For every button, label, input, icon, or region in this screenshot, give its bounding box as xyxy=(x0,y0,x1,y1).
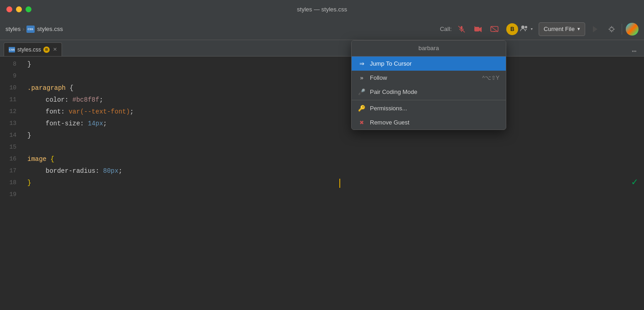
code-line-14: ▾ } xyxy=(24,129,644,141)
code-line-12: font: var(--text-font); xyxy=(24,106,644,118)
line-num-15: 15 xyxy=(0,141,20,153)
dropdown-item-remove-guest[interactable]: ✖ Remove Guest xyxy=(352,115,506,129)
dropdown-header: barbara xyxy=(352,41,506,57)
code-line-19 xyxy=(24,189,644,201)
follow-shortcut: ^⌥⇧Y xyxy=(482,75,499,81)
line-num-19: 19 xyxy=(0,189,20,201)
window-title: styles — styles.css xyxy=(297,6,347,13)
code-line-11: color: #bc8f8f; xyxy=(24,94,644,106)
dropdown-item-jump-to-cursor[interactable]: ⇒ Jump To Cursor xyxy=(352,57,506,71)
breadcrumb-separator: › xyxy=(22,26,24,32)
dropdown-item-pair-coding[interactable]: 🎤 Pair Coding Mode xyxy=(352,85,506,99)
toolbar: styles › CSS styles.css Call: xyxy=(0,18,644,40)
current-file-label: Current File xyxy=(544,26,575,32)
line-num-10: 10 xyxy=(0,82,20,94)
permissions-label: Permissions... xyxy=(370,105,499,112)
dropdown-username: barbara xyxy=(419,45,439,52)
line-num-14: 14 xyxy=(0,129,20,141)
dropdown-divider-1 xyxy=(352,100,506,100)
pair-coding-icon: 🎤 xyxy=(358,88,365,95)
screen-share-button[interactable] xyxy=(488,23,501,36)
breadcrumb-project[interactable]: styles xyxy=(5,26,21,32)
svg-rect-3 xyxy=(474,27,479,31)
svg-point-11 xyxy=(610,27,613,31)
jump-cursor-icon: ⇒ xyxy=(358,60,365,67)
line-num-18: 18 xyxy=(0,177,20,189)
line-num-12: 12 xyxy=(0,106,20,118)
dropdown-item-follow[interactable]: » Follow ^⌥⇧Y xyxy=(352,71,506,85)
tab-bar: CSS styles.css B ✕ ⋯ xyxy=(0,40,644,57)
tab-file-icon: CSS xyxy=(9,47,15,52)
breadcrumb-file[interactable]: styles.css xyxy=(37,26,63,32)
line-num-16: 16 xyxy=(0,153,20,165)
dropdown-item-permissions[interactable]: 🔑 Permissions... xyxy=(352,101,506,115)
current-file-chevron: ▾ xyxy=(577,26,580,32)
tab-file-name: styles.css xyxy=(17,46,41,53)
line-numbers: 8 9 10 11 12 13 14 15 16 17 18 19 xyxy=(0,57,24,310)
text-cursor xyxy=(339,179,340,188)
line-num-17: 17 xyxy=(0,165,20,177)
tab-user-badge: B xyxy=(43,46,50,53)
mute-mic-button[interactable] xyxy=(455,23,468,36)
code-area[interactable]: ▾ } ▾ .paragraph { color: #bc8f8f; font:… xyxy=(24,57,644,310)
code-line-15 xyxy=(24,141,644,153)
user-avatar: B xyxy=(506,23,518,35)
line-num-8: 8 xyxy=(0,58,20,70)
title-bar: styles — styles.css xyxy=(0,0,644,18)
user-chevron-icon: ▾ xyxy=(530,26,533,32)
toolbar-right: Call: xyxy=(440,22,639,36)
pair-coding-label: Pair Coding Mode xyxy=(370,88,499,95)
svg-marker-10 xyxy=(593,26,597,32)
svg-line-7 xyxy=(491,26,498,32)
code-line-16: ▾ image { xyxy=(24,153,644,165)
code-line-9 xyxy=(24,70,644,82)
user-menu-button[interactable]: B ▾ xyxy=(504,22,535,36)
call-label: Call: xyxy=(440,26,452,32)
toolbar-divider xyxy=(622,24,622,35)
permissions-icon: 🔑 xyxy=(358,105,365,112)
line-num-9: 9 xyxy=(0,70,20,82)
breadcrumb: styles › CSS styles.css xyxy=(5,26,63,33)
svg-point-8 xyxy=(521,25,525,28)
line-num-11: 11 xyxy=(0,94,20,106)
user-dropdown-menu: barbara ⇒ Jump To Cursor » Follow ^⌥⇧Y 🎤… xyxy=(351,40,506,130)
code-line-10: ▾ .paragraph { xyxy=(24,82,644,94)
line-num-13: 13 xyxy=(0,118,20,129)
jump-cursor-label: Jump To Cursor xyxy=(370,60,499,67)
file-type-icon: CSS xyxy=(26,26,35,33)
checkmark-indicator: ✓ xyxy=(632,176,638,188)
tab-close-button[interactable]: ✕ xyxy=(53,46,57,52)
code-line-17: border-radius: 80px; xyxy=(24,165,644,177)
code-line-8: ▾ } xyxy=(24,58,644,70)
code-line-13: font-size: 14px; xyxy=(24,118,644,129)
tab-more-options[interactable]: ⋯ xyxy=(632,46,644,56)
file-tab[interactable]: CSS styles.css B ✕ xyxy=(4,42,62,56)
current-file-button[interactable]: Current File ▾ xyxy=(539,22,585,36)
user-guests-icon xyxy=(520,25,528,33)
editor-area: 8 9 10 11 12 13 14 15 16 17 18 19 ▾ } ▾ … xyxy=(0,57,644,310)
close-button[interactable] xyxy=(6,6,12,12)
follow-icon: » xyxy=(358,74,365,81)
traffic-lights xyxy=(6,6,31,12)
svg-point-9 xyxy=(525,26,527,28)
maximize-button[interactable] xyxy=(26,6,31,12)
code-line-18: ▾ } xyxy=(24,177,644,189)
remove-guest-icon: ✖ xyxy=(358,119,365,126)
minimize-button[interactable] xyxy=(16,6,22,12)
run-button[interactable] xyxy=(589,23,602,36)
remove-guest-label: Remove Guest xyxy=(370,119,499,126)
prism-button[interactable] xyxy=(626,23,639,36)
debug-button[interactable] xyxy=(605,23,618,36)
follow-label: Follow xyxy=(370,74,478,81)
mute-camera-button[interactable] xyxy=(472,23,484,36)
